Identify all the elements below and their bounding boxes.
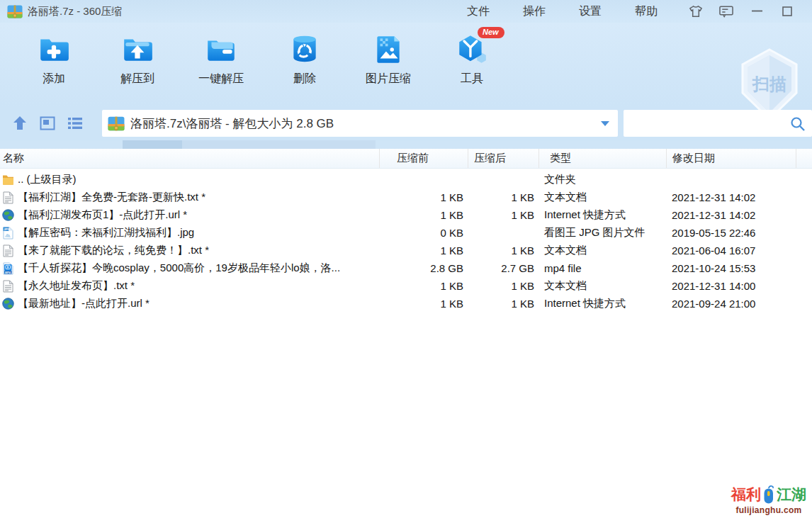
delete-button[interactable]: 删除 [272, 33, 337, 86]
internet-shortcut-icon [1, 209, 15, 221]
column-header-size-before[interactable]: 压缩前 [379, 149, 468, 168]
jpg-file-icon: JPG [1, 227, 15, 240]
image-compress-label: 图片压缩 [366, 72, 411, 86]
menu-bar: 文件 操作 设置 帮助 [467, 4, 658, 19]
feedback-icon[interactable] [719, 4, 733, 19]
extract-to-button[interactable]: 解压到 [105, 33, 170, 86]
menu-settings[interactable]: 设置 [579, 4, 602, 19]
svg-text:MP4: MP4 [5, 271, 11, 274]
one-click-extract-button[interactable]: 一键解压 [188, 33, 254, 86]
mouse-icon [762, 485, 776, 505]
search-icon[interactable] [789, 116, 806, 133]
scroll-thumb[interactable] [123, 140, 182, 149]
column-header-name[interactable]: 名称 [0, 149, 379, 168]
address-row: 洛丽塔.7z\洛丽塔 - 解包大小为 2.8 GB [0, 106, 812, 140]
app-window: 洛丽塔.7z - 360压缩 文件 操作 设置 帮助 [0, 0, 812, 518]
table-row[interactable]: .. (上级目录) 文件夹 [0, 171, 812, 188]
new-badge: New [478, 27, 504, 38]
internet-shortcut-icon [1, 298, 15, 310]
add-button[interactable]: 添加 [21, 33, 86, 86]
image-compress-icon [371, 33, 405, 67]
text-file-icon [1, 244, 15, 257]
add-folder-icon [37, 33, 71, 67]
text-file-icon [1, 280, 15, 293]
address-dropdown-icon[interactable] [601, 121, 609, 126]
column-header-type[interactable]: 类型 [538, 149, 666, 168]
tools-label: 工具 [461, 72, 483, 86]
search-box[interactable] [624, 110, 812, 137]
table-row[interactable]: 【永久地址发布页】.txt * 1 KB 1 KB 文本文档 2021-12-3… [0, 277, 812, 295]
window-controls [689, 4, 812, 19]
watermark-brand-left: 福利 [731, 485, 761, 505]
extract-to-folder-icon [120, 33, 154, 67]
delete-label: 删除 [293, 72, 316, 86]
extract-to-label: 解压到 [120, 72, 154, 86]
column-header-tail [796, 149, 812, 168]
menu-file[interactable]: 文件 [467, 4, 490, 19]
archive-icon [108, 116, 125, 131]
column-header-date[interactable]: 修改日期 [666, 149, 796, 168]
table-row[interactable]: 【福利江湖】全免费-无套路-更新快.txt * 1 KB 1 KB 文本文档 2… [0, 188, 812, 206]
svg-text:扫描: 扫描 [752, 74, 786, 94]
image-compress-button[interactable]: 图片压缩 [356, 33, 421, 86]
search-input[interactable] [624, 110, 812, 137]
table-row[interactable]: JPG 【解压密码：来福利江湖找福利】.jpg 0 KB 看图王 JPG 图片文… [0, 224, 812, 242]
minimize-button[interactable] [750, 4, 764, 19]
tools-button[interactable]: New 工具 [439, 33, 504, 86]
table-row[interactable]: 【来了就能下载的论坛，纯免费！】.txt * 1 KB 1 KB 文本文档 20… [0, 242, 812, 259]
theme-skin-icon[interactable] [689, 4, 703, 19]
column-header-size-after[interactable]: 压缩后 [468, 149, 538, 168]
watermark-brand-right: 江湖 [777, 485, 806, 505]
file-list: .. (上级目录) 文件夹 [0, 169, 812, 313]
table-row[interactable]: 【福利江湖发布页1】-点此打开.url * 1 KB 1 KB Internet… [0, 206, 812, 224]
menu-action[interactable]: 操作 [523, 4, 546, 19]
folder-icon [1, 174, 15, 185]
watermark-domain: fulijianghu.com [731, 505, 806, 515]
scroll-strip [0, 140, 812, 149]
preview-pane-button[interactable] [38, 114, 57, 133]
one-click-extract-label: 一键解压 [198, 72, 244, 86]
toolbar: 添加 解压到 一键解压 [0, 23, 812, 106]
address-path: 洛丽塔.7z\洛丽塔 - 解包大小为 2.8 GB [130, 116, 601, 132]
app-zip-icon [7, 5, 23, 18]
list-view-button[interactable] [66, 114, 84, 133]
site-watermark: 福利 江湖 fulijianghu.com [731, 485, 806, 515]
scroll-track [182, 140, 376, 149]
up-directory-button[interactable] [11, 114, 29, 133]
maximize-button[interactable] [780, 4, 794, 19]
mp4-file-icon: MP4 [1, 262, 15, 275]
one-click-extract-folder-icon [204, 33, 238, 67]
window-title: 洛丽塔.7z - 360压缩 [28, 5, 122, 18]
column-header-row: 名称 压缩前 压缩后 类型 修改日期 [0, 149, 812, 169]
menu-help[interactable]: 帮助 [635, 4, 658, 19]
text-file-icon [1, 191, 15, 204]
title-bar: 洛丽塔.7z - 360压缩 文件 操作 设置 帮助 [0, 0, 812, 23]
address-bar[interactable]: 洛丽塔.7z\洛丽塔 - 解包大小为 2.8 GB [102, 110, 618, 137]
delete-trash-icon [288, 33, 322, 67]
table-row[interactable]: 【最新地址】-点此打开.url * 1 KB 1 KB Internet 快捷方… [0, 295, 812, 313]
add-label: 添加 [43, 72, 65, 86]
table-row[interactable]: MP4 【千人斩探花】今晚cosplay，5000高价，19岁极品年轻小lo娘，… [0, 259, 812, 277]
svg-text:JPG: JPG [4, 227, 10, 231]
